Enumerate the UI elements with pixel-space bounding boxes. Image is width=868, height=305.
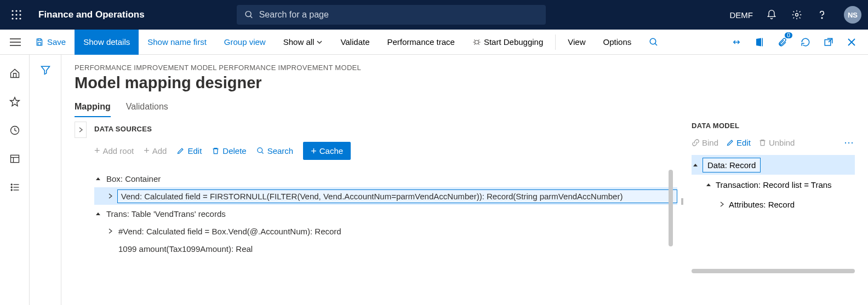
view-button[interactable]: View (559, 30, 594, 55)
view-label: View (568, 37, 585, 47)
action-bar-right: 0 (730, 36, 868, 49)
show-all-button[interactable]: Show all (275, 30, 332, 55)
caret-right-icon[interactable] (718, 202, 726, 207)
svg-point-25 (650, 38, 656, 44)
svg-point-36 (11, 189, 12, 191)
workspace-icon[interactable] (8, 152, 21, 165)
tab-mapping[interactable]: Mapping (75, 102, 111, 117)
refresh-icon[interactable] (799, 36, 812, 49)
module-list-icon[interactable] (8, 181, 21, 194)
bind-label: Bind (702, 138, 718, 147)
dm-item-label: Data: Record (703, 158, 761, 172)
tree-item-label: Vend: Calculated field = FIRSTORNULL(FIL… (117, 189, 677, 203)
add-button[interactable]: + Add (144, 145, 167, 157)
show-name-first-button[interactable]: Show name first (139, 30, 215, 55)
caret-right-icon[interactable] (106, 193, 114, 199)
show-details-button[interactable]: Show details (75, 30, 139, 55)
group-view-label: Group view (224, 37, 266, 47)
hamburger-icon[interactable] (4, 38, 26, 47)
pencil-icon (726, 139, 734, 147)
tree-row[interactable]: Box: Container (94, 170, 677, 187)
filter-icon[interactable] (40, 65, 51, 305)
svg-point-9 (245, 11, 251, 17)
page-title: Model mapping designer (75, 74, 855, 92)
data-sources-section: DATA SOURCES + Add root + Add Edit (75, 122, 677, 273)
tree-item-label: 1099 amount(Tax1099Amount): Real (117, 244, 254, 254)
app-launcher-icon[interactable] (7, 5, 26, 25)
show-name-first-label: Show name first (147, 37, 207, 47)
plus-icon: + (144, 145, 150, 157)
tree-item-label: Box: Container (105, 174, 162, 183)
bind-button[interactable]: Bind (692, 138, 718, 147)
attachment-icon[interactable]: 0 (776, 36, 789, 49)
popout-icon[interactable] (822, 36, 835, 49)
tree-row[interactable]: Trans: Table 'VendTrans' records (94, 205, 677, 222)
start-debugging-button[interactable]: Start Debugging (464, 30, 552, 55)
plus-icon: + (94, 145, 100, 157)
link-icon[interactable] (730, 36, 743, 49)
vertical-splitter[interactable]: ‖ (677, 122, 687, 273)
dm-tree-row-selected[interactable]: Data: Record (692, 155, 855, 175)
horizontal-scrollbar[interactable] (692, 269, 855, 273)
unbind-label: Unbind (769, 138, 795, 147)
group-view-button[interactable]: Group view (215, 30, 275, 55)
save-button[interactable]: Save (26, 30, 75, 55)
plus-icon: + (311, 147, 317, 155)
validate-label: Validate (340, 37, 369, 47)
action-search-button[interactable] (640, 30, 667, 55)
tree-row[interactable]: #Vend: Calculated field = Box.Vend(@.Acc… (94, 222, 677, 240)
save-icon (35, 38, 44, 47)
star-icon[interactable] (8, 95, 21, 108)
company-label[interactable]: DEMF (729, 10, 753, 20)
svg-point-12 (821, 18, 823, 19)
caret-down-icon[interactable] (692, 162, 699, 168)
svg-rect-31 (10, 155, 19, 162)
svg-point-1 (15, 10, 17, 11)
data-sources-title: DATA SOURCES (94, 122, 677, 133)
tree-row-selected[interactable]: Vend: Calculated field = FIRSTORNULL(FIL… (94, 187, 677, 205)
office-icon[interactable] (753, 36, 766, 49)
trash-icon (212, 147, 220, 155)
avatar[interactable]: NS (844, 6, 861, 24)
options-button[interactable]: Options (595, 30, 641, 55)
delete-button[interactable]: Delete (212, 146, 246, 156)
svg-line-24 (478, 43, 479, 44)
ds-search-button[interactable]: Search (256, 146, 294, 156)
show-details-label: Show details (83, 37, 130, 47)
help-icon[interactable] (815, 8, 829, 21)
dm-tree-row[interactable]: Transaction: Record list = Trans (692, 175, 855, 194)
validate-button[interactable]: Validate (332, 30, 378, 55)
gear-icon[interactable] (790, 8, 803, 21)
home-icon[interactable] (8, 67, 21, 80)
caret-down-icon[interactable] (94, 211, 102, 216)
close-icon[interactable] (845, 36, 858, 49)
attachment-badge: 0 (785, 32, 792, 38)
caret-right-icon[interactable] (106, 228, 114, 234)
performance-trace-button[interactable]: Performance trace (378, 30, 463, 55)
more-icon[interactable]: ⋯ (844, 136, 855, 148)
search-icon (244, 10, 254, 20)
add-root-button[interactable]: + Add root (94, 145, 134, 157)
dm-tree-row[interactable]: Attributes: Record (692, 194, 855, 214)
ds-expander[interactable] (75, 122, 87, 138)
search-icon (649, 37, 659, 47)
caret-down-icon[interactable] (705, 182, 712, 187)
global-search[interactable] (237, 5, 546, 25)
global-search-input[interactable] (259, 10, 538, 20)
svg-point-40 (258, 148, 262, 153)
add-label: Add (152, 146, 167, 156)
svg-rect-16 (38, 39, 41, 41)
dm-edit-button[interactable]: Edit (726, 138, 751, 147)
unbind-button[interactable]: Unbind (758, 138, 795, 147)
tabs: Mapping Validations (75, 102, 855, 117)
tree-row[interactable]: 1099 amount(Tax1099Amount): Real (94, 240, 677, 257)
scrollbar[interactable] (669, 170, 673, 246)
caret-down-icon[interactable] (94, 176, 102, 181)
bell-icon[interactable] (765, 8, 778, 21)
cache-button[interactable]: + Cache (303, 142, 351, 160)
clock-icon[interactable] (8, 124, 21, 137)
chevron-right-icon (78, 127, 83, 133)
options-label: Options (603, 37, 632, 47)
tab-validations[interactable]: Validations (126, 102, 168, 117)
edit-button[interactable]: Edit (176, 146, 202, 156)
